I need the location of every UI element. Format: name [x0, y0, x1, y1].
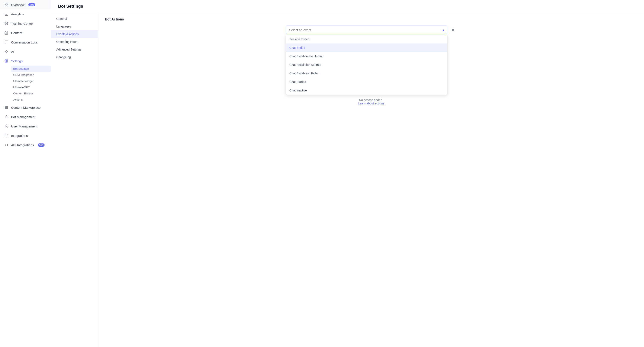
right-content: Bot Actions ▲ Session Ended Chat Ended C…	[98, 12, 644, 347]
dropdown-item-chat-inactive[interactable]: Chat Inactive	[286, 86, 447, 95]
sidebar: Overview New Analytics Training Center C…	[0, 0, 51, 347]
svg-point-12	[7, 106, 8, 107]
sidebar-item-label: Training Center	[11, 22, 33, 25]
close-icon: ✕	[452, 28, 455, 32]
svg-point-14	[6, 107, 6, 108]
svg-rect-1	[7, 3, 8, 4]
sidebar-item-label: AI	[11, 50, 14, 53]
dropdown-item-chat-escalation-attempt[interactable]: Chat Escalation Attempt	[286, 60, 447, 69]
page-title: Bot Settings	[58, 4, 637, 9]
graduation-icon	[4, 21, 8, 25]
sidebar-item-label: Content	[11, 31, 22, 35]
main-content: Bot Settings General Languages Events & …	[51, 0, 644, 347]
sidebar-item-label: Bot Management	[11, 115, 36, 119]
left-nav-item-languages[interactable]: Languages	[51, 22, 98, 30]
sidebar-item-training-center[interactable]: Training Center	[0, 19, 51, 28]
overview-badge: New	[28, 3, 36, 6]
dropdown-item-chat-escalated-to-human[interactable]: Chat Escalated to Human	[286, 52, 447, 60]
sidebar-item-user-management[interactable]: User Management	[0, 121, 51, 131]
svg-point-16	[5, 108, 6, 109]
grid-icon	[4, 2, 8, 7]
sidebar-item-label: Settings	[11, 59, 22, 63]
sidebar-item-label: API Integrations	[11, 143, 34, 147]
code-icon	[4, 143, 8, 147]
sub-nav-item-bot-settings[interactable]: Bot Settings	[11, 66, 51, 72]
sub-nav-item-ultimate-gpt[interactable]: UltimateGPT	[11, 84, 51, 90]
svg-rect-0	[5, 3, 6, 4]
bot-actions-area: ▲ Session Ended Chat Ended Chat Escalate…	[105, 25, 637, 105]
sub-nav-item-crm-integration[interactable]: CRM Integration	[11, 72, 51, 78]
close-button[interactable]: ✕	[450, 27, 456, 33]
no-actions-text: No actions added.	[358, 98, 384, 102]
settings-sub-nav: Bot Settings CRM Integration Ultimate Wi…	[0, 66, 51, 103]
svg-point-9	[6, 60, 7, 62]
chat-icon	[4, 40, 8, 44]
sidebar-item-bot-management[interactable]: Bot Management	[0, 112, 51, 121]
dropdown-item-chat-ended[interactable]: Chat Ended	[286, 43, 447, 52]
sidebar-item-api-integrations[interactable]: API Integrations New	[0, 140, 51, 150]
sidebar-item-overview[interactable]: Overview New	[0, 0, 51, 9]
sub-nav-item-actions[interactable]: Actions	[11, 96, 51, 103]
svg-point-20	[6, 125, 7, 126]
svg-point-4	[6, 51, 7, 52]
user-icon	[4, 124, 8, 128]
bot-icon	[4, 115, 8, 119]
sidebar-item-settings[interactable]: Settings	[0, 56, 51, 66]
gear-icon	[4, 59, 8, 63]
dropdown-item-chat-escalation-failed[interactable]: Chat Escalation Failed	[286, 69, 447, 78]
left-nav: General Languages Events & Actions Opera…	[51, 12, 98, 347]
edit-icon	[4, 31, 8, 35]
svg-point-17	[6, 108, 6, 109]
sidebar-item-label: Conversation Logs	[11, 40, 38, 44]
event-select-input[interactable]	[286, 25, 448, 34]
sidebar-item-label: Content Marketplace	[11, 106, 40, 109]
sidebar-item-label: Overview	[11, 3, 24, 6]
left-nav-item-advanced-settings[interactable]: Advanced Settings	[51, 46, 98, 53]
sidebar-item-integrations[interactable]: Integrations	[0, 131, 51, 140]
dots-grid-icon	[4, 105, 8, 110]
sidebar-item-ai[interactable]: AI	[0, 47, 51, 56]
content-area: General Languages Events & Actions Opera…	[51, 12, 644, 347]
sidebar-item-label: Analytics	[11, 12, 24, 16]
api-integrations-badge: New	[38, 143, 45, 147]
svg-rect-2	[5, 5, 6, 6]
select-wrapper: ▲ Session Ended Chat Ended Chat Escalate…	[286, 25, 448, 34]
left-nav-item-general[interactable]: General	[51, 15, 98, 22]
sidebar-item-content[interactable]: Content	[0, 28, 51, 37]
event-selector-row: ▲ Session Ended Chat Ended Chat Escalate…	[286, 25, 456, 34]
page-header: Bot Settings	[51, 0, 644, 12]
event-dropdown-menu: Session Ended Chat Ended Chat Escalated …	[286, 35, 448, 95]
learn-about-actions-link[interactable]: Learn about actions	[358, 102, 384, 105]
left-nav-item-operating-hours[interactable]: Operating Hours	[51, 38, 98, 46]
sidebar-item-content-marketplace[interactable]: Content Marketplace	[0, 103, 51, 112]
no-actions-area: No actions added. Learn about actions	[358, 98, 384, 105]
svg-point-11	[6, 106, 6, 107]
chart-icon	[4, 12, 8, 16]
sidebar-item-analytics[interactable]: Analytics	[0, 9, 51, 19]
svg-point-21	[5, 134, 8, 135]
left-nav-item-events-actions[interactable]: Events & Actions	[51, 30, 98, 38]
sidebar-item-label: User Management	[11, 124, 37, 128]
svg-point-15	[7, 107, 8, 108]
database-icon	[4, 133, 8, 138]
sidebar-item-label: Integrations	[11, 134, 28, 137]
node-icon	[4, 49, 8, 54]
sub-nav-item-ultimate-widget[interactable]: Ultimate Widget	[11, 78, 51, 84]
left-nav-item-changelog[interactable]: Changelog	[51, 53, 98, 61]
svg-rect-3	[7, 5, 8, 6]
svg-point-13	[5, 107, 6, 108]
dropdown-item-session-ended[interactable]: Session Ended	[286, 35, 447, 43]
sub-nav-item-content-entities[interactable]: Content Entities	[11, 90, 51, 96]
dropdown-item-chat-started[interactable]: Chat Started	[286, 78, 447, 86]
svg-point-10	[5, 106, 6, 107]
svg-point-18	[7, 108, 8, 109]
section-title: Bot Actions	[105, 17, 637, 21]
sidebar-item-conversation-logs[interactable]: Conversation Logs	[0, 37, 51, 47]
